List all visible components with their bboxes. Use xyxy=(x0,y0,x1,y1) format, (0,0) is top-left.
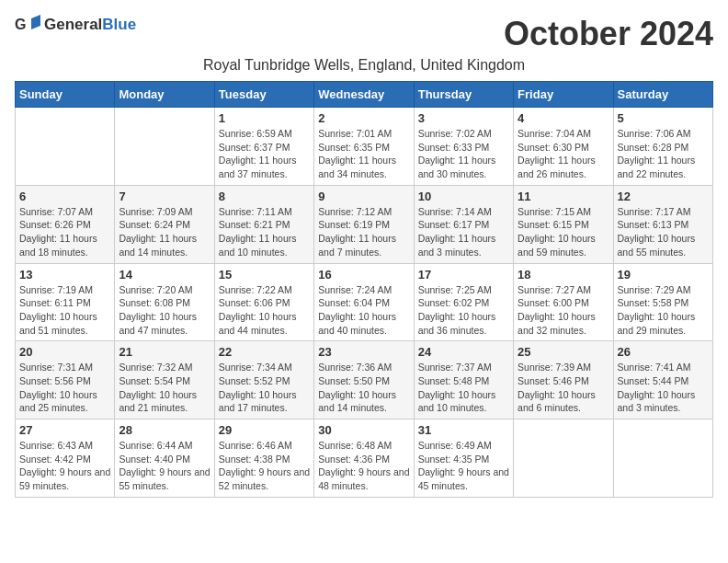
weekday-header-row: SundayMondayTuesdayWednesdayThursdayFrid… xyxy=(16,82,713,108)
day-number: 28 xyxy=(119,423,210,437)
day-info: Sunrise: 7:37 AMSunset: 5:48 PMDaylight:… xyxy=(418,361,509,415)
calendar-header: SundayMondayTuesdayWednesdayThursdayFrid… xyxy=(16,82,713,108)
weekday-header-saturday: Saturday xyxy=(613,82,712,108)
calendar-week-4: 20Sunrise: 7:31 AMSunset: 5:56 PMDayligh… xyxy=(16,341,713,419)
day-info: Sunrise: 7:27 AMSunset: 6:00 PMDaylight:… xyxy=(518,283,609,338)
day-number: 7 xyxy=(119,190,210,203)
calendar-cell: 2Sunrise: 7:01 AMSunset: 6:35 PMDaylight… xyxy=(314,108,414,186)
day-number: 12 xyxy=(618,190,709,203)
day-info: Sunrise: 7:20 AMSunset: 6:08 PMDaylight:… xyxy=(119,283,210,338)
calendar-cell: 27Sunrise: 6:43 AMSunset: 4:42 PMDayligh… xyxy=(16,419,115,498)
day-number: 10 xyxy=(418,190,509,203)
calendar-cell: 26Sunrise: 7:41 AMSunset: 5:44 PMDayligh… xyxy=(613,341,712,419)
logo-icon: G xyxy=(15,15,40,35)
day-number: 11 xyxy=(518,190,609,203)
weekday-header-monday: Monday xyxy=(115,82,214,108)
calendar-cell xyxy=(16,108,115,186)
day-info: Sunrise: 7:07 AMSunset: 6:26 PMDaylight:… xyxy=(19,205,110,259)
calendar-cell: 22Sunrise: 7:34 AMSunset: 5:52 PMDayligh… xyxy=(214,341,313,419)
day-number: 22 xyxy=(219,345,310,359)
day-info: Sunrise: 7:24 AMSunset: 6:04 PMDaylight:… xyxy=(318,283,409,338)
day-number: 26 xyxy=(618,345,709,359)
calendar-cell: 23Sunrise: 7:36 AMSunset: 5:50 PMDayligh… xyxy=(314,341,414,419)
day-info: Sunrise: 6:59 AMSunset: 6:37 PMDaylight:… xyxy=(219,127,310,181)
day-number: 3 xyxy=(418,111,509,125)
calendar-cell: 31Sunrise: 6:49 AMSunset: 4:35 PMDayligh… xyxy=(414,419,513,498)
month-title: October 2024 xyxy=(504,15,713,53)
logo-general: General xyxy=(44,16,102,33)
calendar-cell: 16Sunrise: 7:24 AMSunset: 6:04 PMDayligh… xyxy=(314,263,414,341)
svg-text:G: G xyxy=(15,17,26,32)
calendar-cell: 6Sunrise: 7:07 AMSunset: 6:26 PMDaylight… xyxy=(16,185,115,263)
day-info: Sunrise: 7:34 AMSunset: 5:52 PMDaylight:… xyxy=(219,361,310,415)
day-number: 15 xyxy=(219,268,310,282)
calendar-week-5: 27Sunrise: 6:43 AMSunset: 4:42 PMDayligh… xyxy=(16,419,713,498)
calendar-cell: 7Sunrise: 7:09 AMSunset: 6:24 PMDaylight… xyxy=(115,185,214,263)
calendar-cell: 13Sunrise: 7:19 AMSunset: 6:11 PMDayligh… xyxy=(16,263,115,341)
calendar-cell: 3Sunrise: 7:02 AMSunset: 6:33 PMDaylight… xyxy=(414,108,513,186)
calendar-cell: 12Sunrise: 7:17 AMSunset: 6:13 PMDayligh… xyxy=(613,185,712,263)
day-info: Sunrise: 7:36 AMSunset: 5:50 PMDaylight:… xyxy=(318,361,409,415)
day-number: 9 xyxy=(318,190,409,203)
location-title: Royal Tunbridge Wells, England, United K… xyxy=(15,57,713,74)
calendar-cell: 15Sunrise: 7:22 AMSunset: 6:06 PMDayligh… xyxy=(214,263,313,341)
calendar-cell: 28Sunrise: 6:44 AMSunset: 4:40 PMDayligh… xyxy=(115,419,214,498)
calendar-week-2: 6Sunrise: 7:07 AMSunset: 6:26 PMDaylight… xyxy=(16,185,713,263)
day-info: Sunrise: 7:22 AMSunset: 6:06 PMDaylight:… xyxy=(219,283,310,338)
day-info: Sunrise: 6:43 AMSunset: 4:42 PMDaylight:… xyxy=(19,439,110,493)
day-number: 8 xyxy=(219,190,310,203)
day-number: 2 xyxy=(318,111,409,125)
day-number: 31 xyxy=(418,423,509,437)
day-number: 1 xyxy=(219,111,310,125)
day-number: 20 xyxy=(19,345,110,359)
page-header: G GeneralBlue October 2024 xyxy=(15,15,713,53)
calendar-cell: 30Sunrise: 6:48 AMSunset: 4:36 PMDayligh… xyxy=(314,419,414,498)
weekday-header-tuesday: Tuesday xyxy=(214,82,313,108)
weekday-header-wednesday: Wednesday xyxy=(314,82,414,108)
day-number: 16 xyxy=(318,268,409,282)
calendar-cell: 14Sunrise: 7:20 AMSunset: 6:08 PMDayligh… xyxy=(115,263,214,341)
day-info: Sunrise: 7:25 AMSunset: 6:02 PMDaylight:… xyxy=(418,283,509,338)
calendar-cell: 5Sunrise: 7:06 AMSunset: 6:28 PMDaylight… xyxy=(613,108,712,186)
weekday-header-thursday: Thursday xyxy=(414,82,513,108)
calendar-cell: 18Sunrise: 7:27 AMSunset: 6:00 PMDayligh… xyxy=(514,263,613,341)
day-info: Sunrise: 7:01 AMSunset: 6:35 PMDaylight:… xyxy=(318,127,409,181)
day-info: Sunrise: 7:31 AMSunset: 5:56 PMDaylight:… xyxy=(19,361,110,415)
logo: G GeneralBlue xyxy=(15,15,136,35)
day-number: 24 xyxy=(418,345,509,359)
day-number: 30 xyxy=(318,423,409,437)
day-number: 14 xyxy=(119,268,210,282)
day-info: Sunrise: 7:17 AMSunset: 6:13 PMDaylight:… xyxy=(618,205,709,259)
calendar-week-1: 1Sunrise: 6:59 AMSunset: 6:37 PMDaylight… xyxy=(16,108,713,186)
calendar-cell: 24Sunrise: 7:37 AMSunset: 5:48 PMDayligh… xyxy=(414,341,513,419)
day-info: Sunrise: 7:39 AMSunset: 5:46 PMDaylight:… xyxy=(518,361,609,415)
calendar-cell xyxy=(115,108,214,186)
day-info: Sunrise: 7:41 AMSunset: 5:44 PMDaylight:… xyxy=(618,361,709,415)
day-info: Sunrise: 7:14 AMSunset: 6:17 PMDaylight:… xyxy=(418,205,509,259)
weekday-header-friday: Friday xyxy=(514,82,613,108)
day-info: Sunrise: 6:46 AMSunset: 4:38 PMDaylight:… xyxy=(219,439,310,493)
day-number: 29 xyxy=(219,423,310,437)
title-area: October 2024 xyxy=(504,15,713,53)
day-number: 21 xyxy=(119,345,210,359)
day-number: 23 xyxy=(318,345,409,359)
calendar-cell: 19Sunrise: 7:29 AMSunset: 5:58 PMDayligh… xyxy=(613,263,712,341)
calendar-cell: 11Sunrise: 7:15 AMSunset: 6:15 PMDayligh… xyxy=(514,185,613,263)
logo-blue: Blue xyxy=(102,16,136,33)
day-number: 19 xyxy=(618,268,709,282)
day-number: 17 xyxy=(418,268,509,282)
calendar-cell: 25Sunrise: 7:39 AMSunset: 5:46 PMDayligh… xyxy=(514,341,613,419)
day-info: Sunrise: 7:04 AMSunset: 6:30 PMDaylight:… xyxy=(518,127,609,181)
day-info: Sunrise: 6:48 AMSunset: 4:36 PMDaylight:… xyxy=(318,439,409,493)
day-number: 27 xyxy=(19,423,110,437)
day-info: Sunrise: 7:15 AMSunset: 6:15 PMDaylight:… xyxy=(518,205,609,259)
calendar-cell xyxy=(613,419,712,498)
calendar-cell: 20Sunrise: 7:31 AMSunset: 5:56 PMDayligh… xyxy=(16,341,115,419)
day-info: Sunrise: 6:49 AMSunset: 4:35 PMDaylight:… xyxy=(418,439,509,493)
calendar-cell: 4Sunrise: 7:04 AMSunset: 6:30 PMDaylight… xyxy=(514,108,613,186)
calendar-cell: 1Sunrise: 6:59 AMSunset: 6:37 PMDaylight… xyxy=(214,108,313,186)
calendar-cell: 29Sunrise: 6:46 AMSunset: 4:38 PMDayligh… xyxy=(214,419,313,498)
day-number: 5 xyxy=(618,111,709,125)
day-number: 18 xyxy=(518,268,609,282)
day-info: Sunrise: 7:06 AMSunset: 6:28 PMDaylight:… xyxy=(618,127,709,181)
